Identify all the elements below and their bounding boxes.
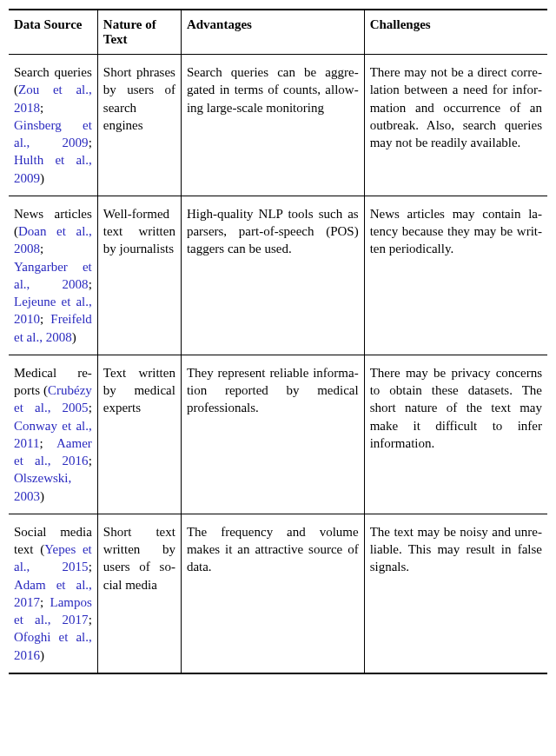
col-header-data-source: Data Source xyxy=(9,10,97,55)
cell-data-source: Search queries (Zou et al., 2018; Ginsbe… xyxy=(9,55,97,196)
data-table: Data Source Nature of Text Advantages Ch… xyxy=(9,9,547,674)
cell-data-source: Social media text (Yepes et al., 2015; A… xyxy=(9,514,97,673)
cell-advantages: Search queries can be aggregated in term… xyxy=(181,55,364,196)
cell-advantages: High-quality NLP tools such as parsers, … xyxy=(181,196,364,355)
cell-nature: Text written by medical experts xyxy=(97,355,181,514)
cell-challenges: There may not be a direct correlation be… xyxy=(364,55,547,196)
col-header-advantages: Advantages xyxy=(181,10,364,55)
cell-advantages: The frequency and volume makes it an att… xyxy=(181,514,364,673)
table-row: Search queries (Zou et al., 2018; Ginsbe… xyxy=(9,55,547,196)
cell-challenges: The text may be noisy and unreliable. Th… xyxy=(364,514,547,673)
citation-separator: ; xyxy=(89,401,92,414)
citation-separator: ; xyxy=(39,436,56,450)
col-header-nature: Nature of Text xyxy=(97,10,181,55)
citation-link[interactable]: Ofoghi et al., 2016 xyxy=(14,630,92,661)
citation-separator: ) xyxy=(40,489,44,503)
table-row: News articles (Doan et al., 2008; Yangar… xyxy=(9,196,547,355)
citation-separator: ; xyxy=(40,595,50,609)
cell-nature: Short phrases by users of search engines xyxy=(97,55,181,196)
citation-link[interactable]: Ginsberg et al., 2009 xyxy=(14,118,92,149)
citation-separator: ; xyxy=(40,312,50,326)
cell-data-source: News articles (Doan et al., 2008; Yangar… xyxy=(9,196,97,355)
citation-link[interactable]: Zou et al., 2018 xyxy=(14,83,92,114)
table-row: Medical reports (Crubézy et al., 2005; C… xyxy=(9,355,547,514)
citation-separator: ; xyxy=(89,560,92,574)
citation-link[interactable]: Yangarber et al., 2008 xyxy=(14,260,92,291)
citation-separator: ; xyxy=(89,136,92,149)
table-body: Search queries (Zou et al., 2018; Ginsbe… xyxy=(9,55,547,673)
citation-separator: ; xyxy=(89,454,92,468)
header-row: Data Source Nature of Text Advantages Ch… xyxy=(9,10,547,55)
col-header-challenges: Challenges xyxy=(364,10,547,55)
citation-separator: ; xyxy=(40,101,43,115)
citation-separator: ; xyxy=(89,613,92,627)
cell-data-source: Medical reports (Crubézy et al., 2005; C… xyxy=(9,355,97,514)
cell-nature: Short text written by users of social me… xyxy=(97,514,181,673)
cell-advantages: They represent reliable information repo… xyxy=(181,355,364,514)
cell-challenges: There may be privacy concerns to obtain … xyxy=(364,355,547,514)
citation-link[interactable]: Hulth et al., 2009 xyxy=(14,153,92,184)
citation-separator: ) xyxy=(40,648,44,662)
cell-nature: Well-formed text written by journalists xyxy=(97,196,181,355)
citation-separator: ; xyxy=(40,242,43,255)
table-row: Social media text (Yepes et al., 2015; A… xyxy=(9,514,547,673)
citation-separator: ) xyxy=(72,330,76,344)
citation-link[interactable]: Doan et al., 2008 xyxy=(14,224,92,255)
citation-separator: ; xyxy=(89,277,92,291)
citation-separator: ) xyxy=(40,171,44,185)
cell-challenges: News articles may contain latency becaus… xyxy=(364,196,547,355)
